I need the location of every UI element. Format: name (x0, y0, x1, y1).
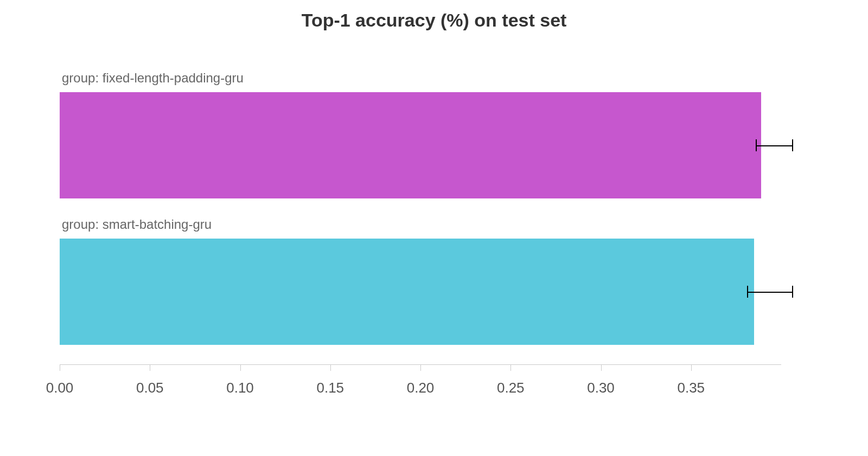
x-tick-line (330, 364, 331, 371)
bar (60, 239, 754, 345)
x-tick: 0.35 (691, 364, 692, 371)
chart-title: Top-1 accuracy (%) on test set (0, 10, 868, 31)
bar-label: group: smart-batching-gru (62, 217, 212, 232)
x-tick-label: 0.15 (316, 380, 344, 396)
x-tick-label: 0.25 (497, 380, 525, 396)
x-tick-line (510, 364, 511, 371)
error-bar (747, 292, 792, 293)
bar (60, 92, 761, 198)
x-axis: 0.000.050.100.150.200.250.300.35 (60, 364, 781, 413)
x-tick: 0.30 (601, 364, 602, 371)
plot-area: group: fixed-length-padding-grugroup: sm… (60, 70, 781, 363)
x-tick-line (150, 364, 150, 371)
x-tick-line (60, 364, 60, 371)
x-tick-label: 0.10 (226, 380, 254, 396)
x-tick-line (240, 364, 241, 371)
x-tick-line (420, 364, 421, 371)
error-cap-low (747, 286, 748, 298)
error-cap-high (792, 286, 793, 298)
x-tick-label: 0.05 (136, 380, 164, 396)
x-tick-line (691, 364, 692, 371)
x-tick-label: 0.30 (587, 380, 615, 396)
bar-label: group: fixed-length-padding-gru (62, 70, 244, 86)
x-tick: 0.05 (150, 364, 150, 371)
x-tick: 0.20 (420, 364, 421, 371)
error-bar (756, 145, 792, 146)
x-tick-label: 0.00 (46, 380, 74, 396)
x-tick-label: 0.20 (407, 380, 435, 396)
chart-container: Top-1 accuracy (%) on test set group: fi… (0, 0, 868, 456)
error-cap-high (792, 139, 793, 151)
x-tick: 0.15 (330, 364, 331, 371)
x-tick: 0.25 (510, 364, 511, 371)
x-tick-label: 0.35 (677, 380, 705, 396)
x-tick-line (601, 364, 602, 371)
x-tick: 0.10 (240, 364, 241, 371)
error-cap-low (756, 139, 757, 151)
x-tick: 0.00 (60, 364, 60, 371)
